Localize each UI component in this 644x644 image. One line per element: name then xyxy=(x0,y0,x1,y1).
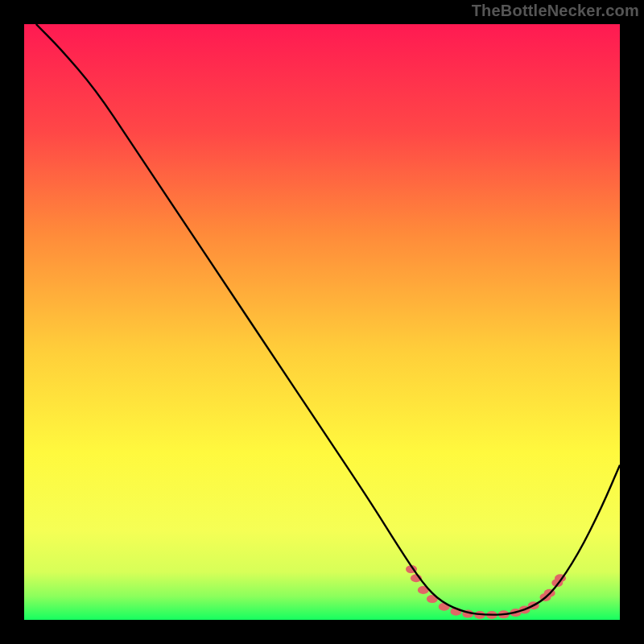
chart-frame: TheBottleNecker.com xyxy=(0,0,644,644)
plot-area xyxy=(24,24,620,620)
gradient-background xyxy=(24,24,620,620)
watermark-label: TheBottleNecker.com xyxy=(472,2,639,20)
chart-svg xyxy=(24,24,620,620)
